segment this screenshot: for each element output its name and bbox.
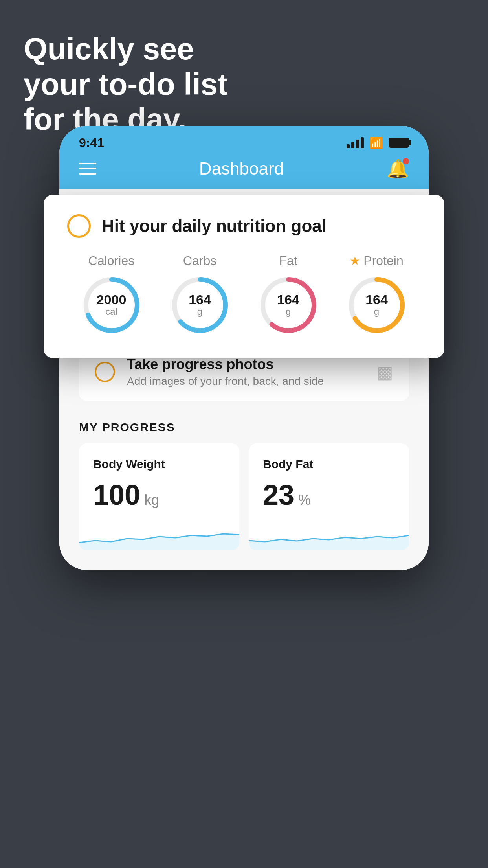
nutrition-grid: Calories 2000 cal Carbs: [67, 254, 421, 337]
fat-item: Fat 164 g: [257, 254, 320, 337]
wifi-icon: 📶: [369, 136, 383, 149]
photo-icon: ▩: [377, 362, 393, 382]
progress-section: MY PROGRESS Body Weight 100 kg: [79, 421, 409, 570]
body-fat-value: 23: [263, 479, 294, 511]
status-time: 9:41: [79, 136, 104, 150]
nutrition-popup-card: Hit your daily nutrition goal Calories 2…: [44, 195, 444, 358]
protein-label: ★ Protein: [350, 254, 403, 268]
calories-unit: cal: [97, 306, 127, 317]
todo-text-photos: Take progress photos Add images of your …: [127, 356, 365, 388]
calories-donut: 2000 cal: [80, 274, 143, 337]
calories-label: Calories: [88, 254, 134, 268]
carbs-label: Carbs: [183, 254, 216, 268]
todo-title-photos: Take progress photos: [127, 356, 365, 373]
status-icons: 📶: [347, 136, 409, 149]
carbs-donut: 164 g: [169, 274, 231, 337]
body-fat-unit: %: [298, 492, 311, 508]
protein-unit: g: [365, 306, 388, 317]
headline-line1: Quickly see: [24, 31, 194, 66]
todo-circle-photos: [95, 362, 115, 382]
headline-line2: your to-do list: [24, 67, 228, 101]
signal-icon: [347, 137, 364, 148]
fat-unit: g: [277, 306, 299, 317]
calories-item: Calories 2000 cal: [80, 254, 143, 337]
notification-bell[interactable]: 🔔: [387, 158, 409, 179]
body-weight-card-title: Body Weight: [93, 458, 225, 471]
card-header: Hit your daily nutrition goal: [67, 214, 421, 238]
carbs-value: 164: [189, 293, 211, 306]
protein-donut: 164 g: [345, 274, 408, 337]
status-bar: 9:41 📶: [59, 126, 429, 153]
body-weight-card[interactable]: Body Weight 100 kg: [79, 443, 239, 550]
protein-star-icon: ★: [350, 254, 360, 268]
fat-donut: 164 g: [257, 274, 320, 337]
nutrition-circle-icon: [67, 214, 91, 238]
app-header: Dashboard 🔔: [59, 153, 429, 189]
body-fat-card[interactable]: Body Fat 23 %: [249, 443, 409, 550]
menu-icon[interactable]: [79, 163, 96, 175]
protein-value: 164: [365, 293, 388, 306]
app-title: Dashboard: [199, 159, 284, 178]
calories-value: 2000: [97, 293, 127, 306]
headline: Quickly see your to-do list for the day.: [24, 31, 228, 137]
todo-subtitle-photos: Add images of your front, back, and side: [127, 375, 365, 388]
body-fat-chart: [249, 519, 409, 550]
phone-mockup: 9:41 📶 Dashboard 🔔: [59, 126, 429, 570]
carbs-item: Carbs 164 g: [169, 254, 231, 337]
progress-title: MY PROGRESS: [79, 421, 409, 434]
body-weight-value: 100: [93, 479, 140, 511]
body-weight-chart: [79, 519, 239, 550]
body-fat-card-title: Body Fat: [263, 458, 395, 471]
fat-label: Fat: [279, 254, 297, 268]
progress-cards: Body Weight 100 kg: [79, 443, 409, 570]
protein-item: ★ Protein 164 g: [345, 254, 408, 337]
body-weight-unit: kg: [144, 492, 159, 508]
body-weight-value-row: 100 kg: [93, 479, 225, 511]
body-fat-value-row: 23 %: [263, 479, 395, 511]
nutrition-card-title: Hit your daily nutrition goal: [102, 216, 327, 236]
fat-value: 164: [277, 293, 299, 306]
notification-dot: [403, 158, 409, 164]
battery-icon: [389, 138, 409, 148]
carbs-unit: g: [189, 306, 211, 317]
